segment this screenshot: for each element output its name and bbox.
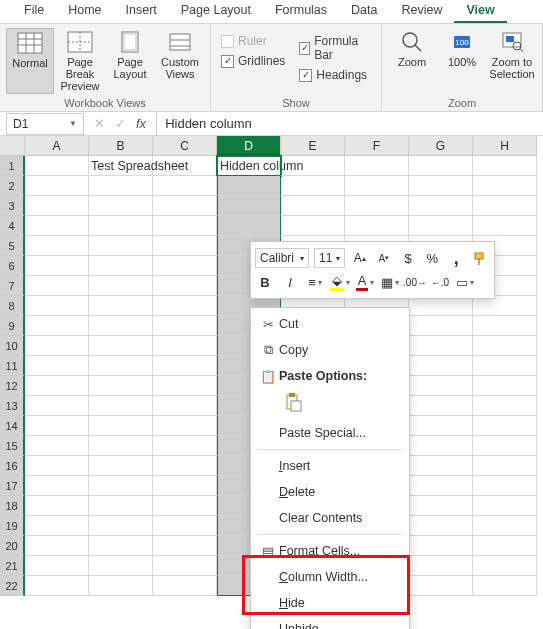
cell[interactable] (25, 476, 89, 496)
row-header[interactable]: 14 (0, 416, 25, 436)
cell[interactable] (409, 476, 473, 496)
pagelayout-button[interactable]: Page Layout (106, 28, 154, 94)
cell[interactable] (473, 456, 537, 476)
cell[interactable] (473, 356, 537, 376)
cell[interactable] (473, 376, 537, 396)
row-header[interactable]: 19 (0, 516, 25, 536)
cell[interactable] (25, 376, 89, 396)
cell[interactable] (473, 476, 537, 496)
cell[interactable] (89, 276, 153, 296)
cell[interactable] (25, 196, 89, 216)
select-all-corner[interactable] (0, 136, 25, 156)
cell[interactable] (153, 576, 217, 596)
cell[interactable] (89, 416, 153, 436)
formulabar-checkbox[interactable]: ✓Formula Bar (299, 34, 367, 62)
cell[interactable] (25, 396, 89, 416)
menu-paste-special[interactable]: Paste Special... (251, 420, 409, 446)
cell[interactable] (153, 456, 217, 476)
row-header[interactable]: 16 (0, 456, 25, 476)
cell[interactable] (89, 216, 153, 236)
cell[interactable] (153, 536, 217, 556)
cell[interactable]: Hidden column (217, 156, 281, 176)
cell[interactable] (153, 376, 217, 396)
cell[interactable] (217, 216, 281, 236)
cell[interactable] (409, 216, 473, 236)
cell[interactable] (409, 416, 473, 436)
increase-decimal-icon[interactable]: .00→ (405, 272, 425, 292)
cell[interactable] (89, 196, 153, 216)
cell[interactable] (345, 196, 409, 216)
cell[interactable] (153, 336, 217, 356)
row-header[interactable]: 21 (0, 556, 25, 576)
cell[interactable] (25, 256, 89, 276)
cell[interactable] (153, 296, 217, 316)
tab-view[interactable]: View (454, 0, 506, 23)
cell[interactable] (89, 476, 153, 496)
gridlines-checkbox[interactable]: ✓Gridlines (221, 54, 285, 68)
cell[interactable] (25, 536, 89, 556)
cell[interactable] (89, 576, 153, 596)
font-size-combo[interactable]: 11▾ (314, 248, 345, 268)
row-header[interactable]: 20 (0, 536, 25, 556)
menu-column-width[interactable]: Column Width... (251, 564, 409, 590)
cell[interactable] (409, 396, 473, 416)
tab-formulas[interactable]: Formulas (263, 0, 339, 23)
cell[interactable] (25, 336, 89, 356)
row-header[interactable]: 7 (0, 276, 25, 296)
cell[interactable]: Test Spreadsheet (89, 156, 153, 176)
fill-color-button[interactable]: ⬙ (330, 272, 350, 292)
cell[interactable] (409, 556, 473, 576)
menu-insert[interactable]: Insert (251, 453, 409, 479)
normal-view-button[interactable]: Normal (6, 28, 54, 94)
comma-format-icon[interactable]: , (447, 248, 466, 268)
paste-default-icon[interactable] (281, 391, 305, 415)
grow-font-icon[interactable]: A▴ (350, 248, 369, 268)
cell[interactable] (153, 356, 217, 376)
col-header-f[interactable]: F (345, 136, 409, 156)
col-header-d[interactable]: D (217, 136, 281, 156)
cell[interactable] (25, 176, 89, 196)
col-header-e[interactable]: E (281, 136, 345, 156)
menu-hide[interactable]: Hide (251, 590, 409, 616)
row-header[interactable]: 13 (0, 396, 25, 416)
cell[interactable] (409, 436, 473, 456)
name-box[interactable]: D1▼ (6, 113, 84, 135)
cell[interactable] (281, 176, 345, 196)
menu-format-cells[interactable]: ▤Format Cells... (251, 538, 409, 564)
cell[interactable] (25, 496, 89, 516)
cell[interactable] (473, 196, 537, 216)
cancel-icon[interactable]: ✕ (94, 116, 105, 131)
cell[interactable] (473, 416, 537, 436)
cell[interactable] (89, 456, 153, 476)
cell[interactable] (409, 496, 473, 516)
cell[interactable] (153, 496, 217, 516)
cell[interactable] (473, 176, 537, 196)
formula-bar[interactable]: Hidden column (156, 113, 543, 135)
cell[interactable] (89, 316, 153, 336)
pagebreak-button[interactable]: Page Break Preview (56, 28, 104, 94)
row-header[interactable]: 12 (0, 376, 25, 396)
cell[interactable] (473, 516, 537, 536)
zoom-button[interactable]: Zoom (388, 28, 436, 94)
cell[interactable] (409, 536, 473, 556)
tab-data[interactable]: Data (339, 0, 389, 23)
cell[interactable] (25, 356, 89, 376)
row-header[interactable]: 22 (0, 576, 25, 596)
cell[interactable] (409, 356, 473, 376)
cell[interactable] (409, 196, 473, 216)
cell[interactable] (25, 516, 89, 536)
menu-unhide[interactable]: Unhide (251, 616, 409, 629)
col-header-a[interactable]: A (25, 136, 89, 156)
cell[interactable] (217, 176, 281, 196)
row-header[interactable]: 17 (0, 476, 25, 496)
cell[interactable] (153, 436, 217, 456)
cell[interactable] (25, 236, 89, 256)
tab-file[interactable]: File (12, 0, 56, 23)
cell[interactable] (25, 276, 89, 296)
cell[interactable] (473, 556, 537, 576)
row-header[interactable]: 6 (0, 256, 25, 276)
row-header[interactable]: 10 (0, 336, 25, 356)
cell[interactable] (345, 176, 409, 196)
cell[interactable] (25, 556, 89, 576)
cell[interactable] (409, 456, 473, 476)
